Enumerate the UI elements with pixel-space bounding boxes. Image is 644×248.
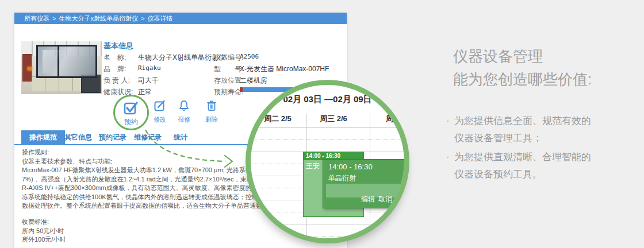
reserve-label: 预约: [115, 117, 147, 127]
tab-repair-records[interactable]: 维修记录: [134, 130, 162, 144]
photo-orange-glow: [27, 67, 32, 71]
value-bullet: · 为您提供直观清晰、合理智能的 仪器设备预约工具。: [446, 149, 591, 183]
edit-label: 修改: [146, 115, 174, 124]
delete-trash-icon: [206, 100, 217, 111]
bullet-dot: ·: [446, 149, 450, 166]
aside-value-list: · 为您提供信息全面、规范有效的 仪器设备管理工具； · 为您提供直观清晰、合理…: [446, 113, 591, 185]
manager-label: 负 责 人:: [103, 76, 130, 86]
aside-heading-line2: 能为您创造哪些价值:: [453, 68, 592, 91]
reservation-check-icon: [124, 101, 139, 115]
bullet-line: 仪器设备管理工具；: [454, 130, 591, 147]
edit-icon: [154, 100, 166, 111]
value-bullet: · 为您提供信息全面、规范有效的 仪器设备管理工具；: [446, 113, 591, 147]
fee-external: 所外100元/小时: [22, 235, 194, 245]
manager-value: 司大千: [138, 76, 159, 86]
breadcrumb-all-instruments[interactable]: 所有仪器: [24, 15, 49, 22]
grid-line: [251, 127, 404, 128]
brand-label: 品 牌:: [103, 64, 126, 74]
popup-title: 单晶衍射: [328, 173, 356, 183]
fee-title: 收费标准:: [22, 218, 194, 227]
aside-heading-line1: 仪器设备管理: [453, 45, 592, 68]
breadcrumb-separator: >: [141, 15, 144, 22]
basic-info-title: 基本信息: [103, 41, 133, 51]
popup-cancel-button[interactable]: 取消: [378, 195, 392, 203]
repair-label: 报修: [170, 115, 198, 124]
model-value: X-光发生器 MicroMax-007HF: [240, 64, 329, 74]
edit-button[interactable]: 修改: [146, 100, 174, 124]
instrument-id-value: A2506: [240, 53, 259, 60]
breadcrumb-instrument[interactable]: 生物大分子x射线单晶衍射仪: [59, 15, 138, 22]
tab-statistics[interactable]: 统计: [174, 130, 187, 144]
delete-button[interactable]: 删除: [198, 100, 225, 124]
bullet-dot: ·: [446, 113, 450, 130]
lifetime-label: 预期寿命:: [214, 87, 243, 97]
popup-buttons: 编辑取消: [361, 195, 396, 204]
delete-label: 删除: [198, 115, 225, 124]
tab-reservation-records[interactable]: 预约记录: [99, 130, 126, 144]
tab-operation-spec[interactable]: 操作规范: [21, 130, 65, 144]
instrument-photo: [21, 41, 102, 94]
calendar-day-thu: 周四: [362, 114, 409, 124]
fee-internal: 所内 50元/小时: [22, 227, 194, 236]
location-label: 存放位置:: [214, 76, 243, 86]
bullet-line: 仪器设备预约工具。: [454, 166, 591, 183]
brand-value: Rigaku: [138, 64, 161, 72]
grid-line: [251, 140, 404, 140]
bullet-line: 为您提供直观清晰、合理智能的: [454, 149, 591, 166]
name-label: 名 称:: [103, 53, 126, 63]
popup-time: 14:00 - 16:30: [328, 162, 373, 171]
model-label: 型 号:: [214, 64, 243, 74]
event-popup: 14:00 - 16:30 单晶衍射 编辑取消: [323, 159, 409, 208]
info-row-brand: 品 牌: Rigaku 型 号: X-光发生器 MicroMax-007HF: [103, 64, 345, 73]
fee-standard: 收费标准: 所内 50元/小时 所外100元/小时: [22, 218, 194, 245]
photo-glass-enclosure: [36, 45, 97, 78]
health-value: 正常: [138, 87, 152, 97]
breadcrumb: 所有仪器>生物大分子x射线单晶衍射仪>仪器详情: [14, 13, 347, 24]
breadcrumb-current: 仪器详情: [147, 15, 172, 22]
instrument-id-label: 仪器编号:: [214, 53, 243, 63]
page: 所有仪器>生物大分子x射线单晶衍射仪>仪器详情 基本信息 名 称: 生物大分子X…: [0, 0, 644, 248]
popup-edit-button[interactable]: 编辑: [361, 195, 375, 203]
name-value: 生物大分子X射线单晶衍射仪: [138, 53, 225, 63]
calendar-day-wed: 周三 2/6: [302, 114, 365, 124]
repair-bell-icon: [178, 100, 190, 111]
repair-button[interactable]: 报修: [170, 100, 198, 124]
reserve-button[interactable]: 预约: [113, 95, 149, 130]
aside-heading: 仪器设备管理 能为您创造哪些价值:: [453, 45, 592, 91]
bullet-line: 为您提供信息全面、规范有效的: [454, 113, 591, 130]
magnifier-circle: 02月 03日 —02月 09日 周二 2/5 周三 2/6 周四 14:00 …: [246, 80, 409, 243]
info-row-name: 名 称: 生物大分子X射线单晶衍射仪 仪器编号: A2506: [103, 53, 345, 62]
tab-other-info[interactable]: 其它信息: [64, 130, 92, 144]
breadcrumb-separator: >: [52, 15, 56, 22]
location-value: 二楼机房: [240, 76, 267, 86]
